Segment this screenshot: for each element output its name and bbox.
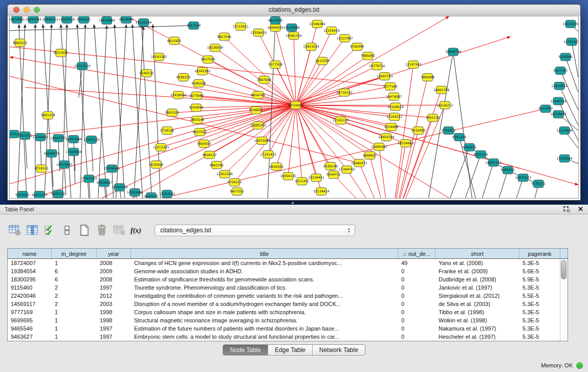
table-cell-pagerank[interactable]: 5.3E-5 bbox=[519, 283, 560, 292]
network-node[interactable]: 11546304 bbox=[309, 20, 325, 28]
network-node[interactable]: 16126215 bbox=[437, 101, 453, 109]
network-node[interactable]: 7483088 bbox=[421, 74, 435, 81]
table-cell-short[interactable]: Hescheler et al. (1997) bbox=[435, 333, 519, 341]
tab-node-table[interactable]: Node Table bbox=[223, 345, 268, 355]
network-node[interactable]: 16041312 bbox=[486, 159, 502, 166]
network-node[interactable]: 7485083 bbox=[361, 52, 375, 60]
network-node[interactable]: 12210646 bbox=[556, 127, 573, 135]
network-node[interactable]: 9424502 bbox=[269, 163, 284, 170]
network-node[interactable]: 9901321 bbox=[165, 109, 180, 117]
network-node[interactable]: 9154499 bbox=[384, 123, 399, 131]
table-cell-year[interactable]: 2008 bbox=[97, 259, 131, 267]
table-cell-name[interactable]: 14569117 bbox=[8, 300, 52, 308]
table-cell-title[interactable]: Structural magnetic resonance image aver… bbox=[131, 316, 398, 324]
network-node[interactable]: 8813054 bbox=[268, 16, 282, 24]
table-cell-in_degree[interactable]: 1 bbox=[52, 259, 97, 267]
network-edge[interactable] bbox=[25, 136, 27, 168]
network-node[interactable]: 7854916 bbox=[197, 140, 211, 147]
table-row[interactable]: 1830029562008Estimation of significance … bbox=[8, 275, 568, 283]
network-node[interactable]: 13164618 bbox=[387, 103, 404, 111]
network-edge[interactable] bbox=[116, 25, 126, 198]
panel-splitter-handle[interactable]: ▲ bbox=[290, 201, 296, 205]
network-node[interactable]: 8186328 bbox=[192, 79, 206, 87]
network-node[interactable]: 11568691 bbox=[32, 134, 49, 141]
vertical-scrollbar[interactable] bbox=[560, 259, 568, 341]
table-cell-in_degree[interactable]: 2 bbox=[52, 292, 97, 300]
network-node[interactable]: 9861592 bbox=[210, 161, 224, 169]
table-cell-short[interactable]: Stergiakouli et al. (2012) bbox=[435, 292, 519, 300]
table-cell-in_degree[interactable]: 6 bbox=[52, 267, 97, 275]
network-window[interactable]: citations_edges.txt 18724007982754618226… bbox=[7, 4, 581, 201]
network-node[interactable]: 16954135 bbox=[280, 172, 296, 180]
table-cell-out_degree[interactable]: 0 bbox=[398, 300, 435, 308]
network-node[interactable]: 19643204 bbox=[25, 16, 41, 23]
network-canvas[interactable]: 1872400798275461822605898275081654338281… bbox=[9, 16, 579, 199]
table-cell-name[interactable]: 19384554 bbox=[8, 267, 52, 275]
table-cell-short[interactable]: Franke et al. (2009) bbox=[435, 267, 519, 275]
table-cell-pagerank[interactable]: 5.3E-5 bbox=[519, 259, 560, 267]
network-node[interactable]: 8186323 bbox=[177, 74, 191, 81]
network-node[interactable]: 20313110 bbox=[74, 62, 91, 70]
table-cell-year[interactable]: 2012 bbox=[97, 292, 131, 300]
network-node[interactable]: 12412106 bbox=[217, 170, 233, 178]
table-cell-year[interactable]: 1997 bbox=[97, 324, 131, 333]
table-select-dropdown[interactable]: citations_edges.txt ▲ ▼ bbox=[155, 225, 355, 236]
table-cell-title[interactable]: Tourette syndrome. Phenomenology and cla… bbox=[131, 283, 398, 292]
network-node[interactable]: 18135104 bbox=[136, 18, 152, 26]
network-node[interactable]: 9329966 bbox=[558, 53, 573, 61]
network-node[interactable]: 2718121 bbox=[34, 165, 49, 172]
network-node[interactable]: 9135660 bbox=[149, 161, 164, 168]
network-node[interactable]: 16033801 bbox=[10, 16, 25, 23]
network-node[interactable]: 9146821 bbox=[249, 106, 263, 114]
network-edge[interactable] bbox=[465, 155, 481, 198]
table-cell-short[interactable]: de Silva et al. (2003) bbox=[435, 300, 519, 308]
network-node[interactable]: 6791911 bbox=[442, 127, 456, 135]
table-cell-name[interactable]: 18724007 bbox=[8, 259, 52, 267]
network-edge[interactable] bbox=[296, 31, 332, 105]
network-node[interactable]: 16097743 bbox=[377, 73, 393, 80]
network-edge[interactable] bbox=[296, 105, 331, 166]
network-node[interactable]: 8215953 bbox=[538, 105, 553, 113]
table-cell-year[interactable]: 1998 bbox=[97, 308, 131, 316]
network-edge[interactable] bbox=[499, 170, 508, 198]
network-node[interactable]: 2867608 bbox=[257, 76, 271, 84]
table-row[interactable]: 946554611997Estimation of the future num… bbox=[8, 324, 568, 333]
table-cell-pagerank[interactable]: 5.5E-5 bbox=[519, 292, 560, 300]
table-cell-title[interactable]: Changes of HCN gene expression and I(f) … bbox=[131, 259, 398, 267]
network-node[interactable]: 12197343 bbox=[405, 61, 422, 69]
network-node[interactable]: 7857224 bbox=[187, 21, 201, 29]
table-cell-pagerank[interactable]: 5.9E-5 bbox=[519, 275, 560, 283]
table-cell-out_degree[interactable]: 0 bbox=[398, 275, 435, 283]
memory-status-icon[interactable] bbox=[576, 362, 583, 369]
close-panel-icon[interactable]: ✕ bbox=[578, 206, 583, 212]
table-cell-name[interactable]: 9115460 bbox=[8, 283, 52, 292]
network-node[interactable]: 12093832 bbox=[551, 82, 568, 90]
network-edge[interactable] bbox=[482, 163, 493, 198]
table-mode-icon[interactable] bbox=[7, 223, 23, 238]
table-cell-short[interactable]: Nakamura et al. (1997) bbox=[435, 324, 519, 333]
table-row[interactable]: 977716911998Corpus callosum shape and si… bbox=[8, 308, 568, 316]
network-node[interactable]: 2718126 bbox=[160, 127, 175, 135]
scrollbar-thumb[interactable] bbox=[561, 260, 567, 279]
table-cell-in_degree[interactable]: 2 bbox=[52, 300, 97, 308]
network-node[interactable]: 17103544 bbox=[556, 155, 573, 162]
network-edge[interactable] bbox=[334, 174, 390, 198]
network-node[interactable]: 19381554 bbox=[286, 32, 302, 39]
table-cell-out_degree[interactable]: 0 bbox=[398, 292, 435, 300]
column-header-year[interactable]: year bbox=[97, 249, 131, 258]
network-node[interactable]: 10046472 bbox=[351, 159, 367, 167]
network-node[interactable]: 9643121 bbox=[77, 16, 91, 23]
table-cell-name[interactable]: 9465546 bbox=[8, 324, 52, 333]
network-node[interactable]: 8813044 bbox=[119, 16, 134, 23]
network-node[interactable]: 9785049 bbox=[350, 43, 364, 51]
network-node[interactable]: 15751074 bbox=[563, 38, 578, 46]
tab-edge-table[interactable]: Edge Table bbox=[268, 345, 313, 355]
network-node[interactable]: 8860123 bbox=[13, 39, 27, 47]
network-node[interactable]: 9175685 bbox=[190, 92, 204, 99]
network-node[interactable]: 7955133 bbox=[426, 114, 440, 122]
network-edge[interactable] bbox=[98, 26, 107, 198]
network-node[interactable]: 9505131 bbox=[51, 190, 66, 198]
network-node[interactable]: 9186149 bbox=[323, 162, 338, 170]
row-height-icon[interactable] bbox=[59, 223, 75, 238]
network-node[interactable]: 9242844 bbox=[189, 104, 204, 112]
